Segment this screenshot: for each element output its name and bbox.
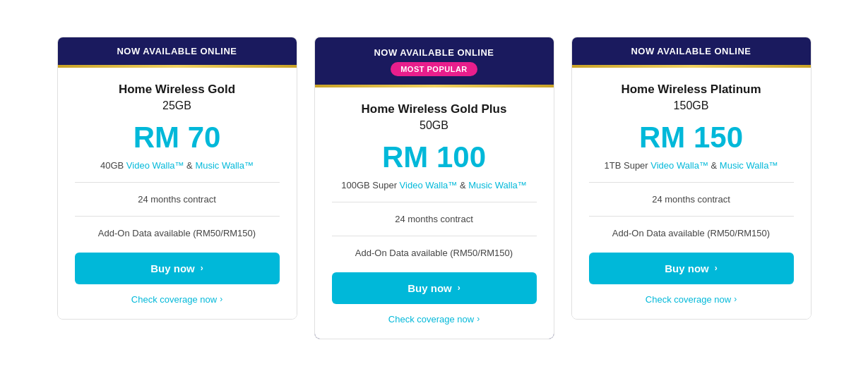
divider-1-gold: [75, 182, 280, 183]
desc-sep-gold: &: [184, 160, 196, 171]
plan-card-gold-plus: NOW AVAILABLE ONLINE MOST POPULAR Home W…: [314, 37, 554, 339]
desc-sep-platinum: &: [708, 160, 720, 171]
divider-1-platinum: [589, 182, 794, 183]
header-title-platinum: NOW AVAILABLE ONLINE: [583, 46, 799, 56]
buy-label-platinum: Buy now: [665, 262, 709, 274]
plan-description-gold-plus: 100GB Super Video Walla™ & Music Walla™: [341, 180, 527, 190]
card-body-gold: Home Wireless Gold 25GB RM 70 40GB Video…: [58, 68, 297, 318]
plan-data-gold-plus: 50GB: [420, 119, 448, 132]
check-coverage-link-gold[interactable]: Check coverage now ›: [131, 294, 222, 305]
header-title-gold-plus: NOW AVAILABLE ONLINE: [326, 47, 542, 58]
buy-button-platinum[interactable]: Buy now ›: [589, 253, 794, 284]
plan-name-gold-plus: Home Wireless Gold Plus: [362, 102, 507, 117]
chevron-icon-buy-gold-plus: ›: [458, 283, 460, 293]
check-coverage-label-platinum: Check coverage now: [646, 294, 731, 305]
addon-platinum: Add-On Data available (RM50/RM150): [612, 222, 770, 244]
video-walla-link-gold-plus[interactable]: Video Walla™: [400, 180, 458, 190]
desc-prefix-gold-plus: 100GB Super: [341, 180, 399, 190]
buy-label-gold: Buy now: [150, 262, 195, 274]
plan-description-platinum: 1TB Super Video Walla™ & Music Walla™: [605, 160, 778, 171]
plan-data-platinum: 150GB: [674, 99, 709, 112]
divider-1-gold-plus: [332, 202, 537, 202]
card-header-gold: NOW AVAILABLE ONLINE: [58, 37, 297, 65]
music-walla-link-gold[interactable]: Music Walla™: [195, 160, 254, 171]
chevron-icon-buy-platinum: ›: [715, 263, 718, 273]
card-body-gold-plus: Home Wireless Gold Plus 50GB RM 100 100G…: [315, 87, 554, 338]
desc-prefix-platinum: 1TB Super: [605, 160, 651, 171]
plan-name-platinum: Home Wireless Platinum: [621, 82, 761, 97]
card-header-gold-plus: NOW AVAILABLE ONLINE MOST POPULAR: [315, 37, 554, 85]
chevron-icon-buy-gold: ›: [201, 263, 203, 273]
music-walla-link-platinum[interactable]: Music Walla™: [720, 160, 778, 171]
plan-data-gold: 25GB: [162, 99, 191, 112]
video-walla-link-platinum[interactable]: Video Walla™: [650, 160, 708, 171]
desc-prefix-gold: 40GB: [100, 160, 126, 171]
divider-2-platinum: [589, 216, 794, 217]
plan-price-gold: RM 70: [133, 121, 221, 154]
check-coverage-link-gold-plus[interactable]: Check coverage now ›: [388, 314, 480, 325]
contract-gold-plus: 24 months contract: [395, 208, 473, 230]
buy-button-gold[interactable]: Buy now ›: [75, 253, 280, 284]
addon-gold-plus: Add-On Data available (RM50/RM150): [355, 242, 513, 264]
music-walla-link-gold-plus[interactable]: Music Walla™: [468, 180, 527, 190]
chevron-icon-coverage-gold-plus: ›: [477, 314, 480, 324]
addon-gold: Add-On Data available (RM50/RM150): [98, 222, 256, 244]
contract-platinum: 24 months contract: [652, 188, 730, 210]
buy-button-gold-plus[interactable]: Buy now ›: [332, 272, 537, 304]
header-title-gold: NOW AVAILABLE ONLINE: [69, 46, 285, 56]
contract-gold: 24 months contract: [138, 188, 216, 210]
plan-card-platinum: NOW AVAILABLE ONLINE Home Wireless Plati…: [571, 37, 811, 319]
most-popular-badge: MOST POPULAR: [391, 62, 477, 76]
plan-description-gold: 40GB Video Walla™ & Music Walla™: [100, 160, 254, 171]
check-coverage-label-gold: Check coverage now: [131, 294, 217, 305]
video-walla-link-gold[interactable]: Video Walla™: [126, 160, 184, 171]
desc-sep-gold-plus: &: [457, 180, 468, 190]
card-header-platinum: NOW AVAILABLE ONLINE: [572, 37, 811, 65]
divider-2-gold-plus: [332, 236, 537, 236]
cards-container: NOW AVAILABLE ONLINE Home Wireless Gold …: [0, 23, 868, 353]
buy-label-gold-plus: Buy now: [408, 282, 452, 294]
card-body-platinum: Home Wireless Platinum 150GB RM 150 1TB …: [572, 68, 811, 318]
plan-name-gold: Home Wireless Gold: [119, 82, 235, 97]
check-coverage-label-gold-plus: Check coverage now: [388, 314, 474, 325]
check-coverage-link-platinum[interactable]: Check coverage now ›: [646, 294, 737, 305]
plan-card-gold: NOW AVAILABLE ONLINE Home Wireless Gold …: [57, 37, 297, 319]
plan-price-platinum: RM 150: [639, 121, 743, 154]
chevron-icon-coverage-platinum: ›: [734, 294, 737, 304]
plan-price-gold-plus: RM 100: [382, 140, 486, 174]
chevron-icon-coverage-gold: ›: [220, 294, 222, 304]
divider-2-gold: [75, 216, 280, 217]
